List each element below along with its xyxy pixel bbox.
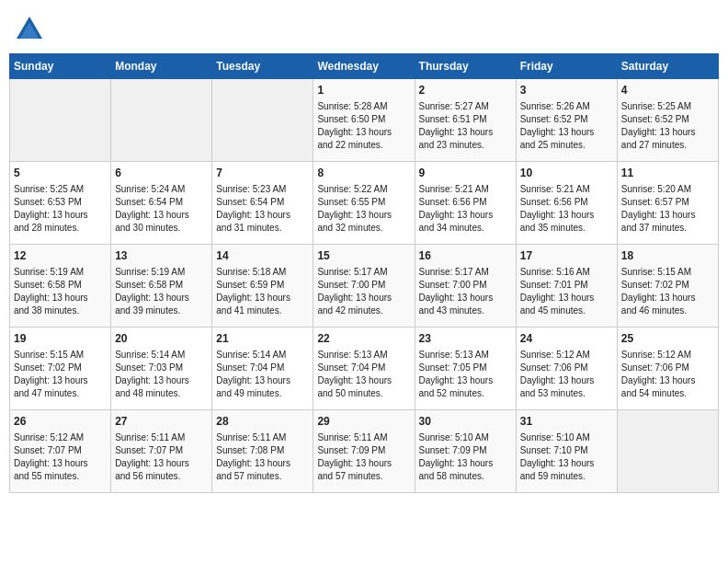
day-number: 16 <box>419 248 512 264</box>
day-number: 28 <box>216 414 309 430</box>
day-info: Sunrise: 5:26 AM Sunset: 6:52 PM Dayligh… <box>520 100 613 152</box>
day-number: 27 <box>115 414 208 430</box>
day-info: Sunrise: 5:23 AM Sunset: 6:54 PM Dayligh… <box>216 183 309 235</box>
day-info: Sunrise: 5:15 AM Sunset: 7:02 PM Dayligh… <box>14 349 107 400</box>
calendar-week-row: 12Sunrise: 5:19 AM Sunset: 6:58 PM Dayli… <box>10 245 719 327</box>
day-info: Sunrise: 5:16 AM Sunset: 7:01 PM Dayligh… <box>520 266 613 317</box>
calendar-cell: 5Sunrise: 5:25 AM Sunset: 6:53 PM Daylig… <box>10 162 111 245</box>
day-header-friday: Friday <box>516 54 617 79</box>
day-info: Sunrise: 5:11 AM Sunset: 7:09 PM Dayligh… <box>317 431 410 483</box>
calendar-cell: 23Sunrise: 5:13 AM Sunset: 7:05 PM Dayli… <box>415 327 516 410</box>
calendar-cell: 27Sunrise: 5:11 AM Sunset: 7:07 PM Dayli… <box>111 410 212 493</box>
day-info: Sunrise: 5:17 AM Sunset: 7:00 PM Dayligh… <box>317 266 410 317</box>
day-number: 20 <box>115 331 208 347</box>
day-info: Sunrise: 5:25 AM Sunset: 6:52 PM Dayligh… <box>621 100 714 152</box>
calendar-cell <box>10 79 111 162</box>
day-number: 8 <box>317 166 410 181</box>
calendar-cell: 24Sunrise: 5:12 AM Sunset: 7:06 PM Dayli… <box>516 327 617 410</box>
day-number: 29 <box>317 414 410 430</box>
calendar-week-row: 5Sunrise: 5:25 AM Sunset: 6:53 PM Daylig… <box>10 162 719 245</box>
calendar-cell: 26Sunrise: 5:12 AM Sunset: 7:07 PM Dayli… <box>10 410 111 493</box>
day-number: 23 <box>419 331 512 347</box>
day-number: 7 <box>216 166 309 181</box>
day-number: 5 <box>14 166 107 181</box>
day-number: 17 <box>520 248 613 264</box>
calendar-table: SundayMondayTuesdayWednesdayThursdayFrid… <box>9 53 719 493</box>
day-number: 2 <box>419 83 512 98</box>
day-info: Sunrise: 5:13 AM Sunset: 7:04 PM Dayligh… <box>317 349 410 400</box>
day-info: Sunrise: 5:27 AM Sunset: 6:51 PM Dayligh… <box>419 100 512 152</box>
calendar-cell: 2Sunrise: 5:27 AM Sunset: 6:51 PM Daylig… <box>415 79 516 162</box>
calendar-cell: 12Sunrise: 5:19 AM Sunset: 6:58 PM Dayli… <box>10 245 111 327</box>
calendar-cell: 22Sunrise: 5:13 AM Sunset: 7:04 PM Dayli… <box>313 327 415 410</box>
calendar-cell: 28Sunrise: 5:11 AM Sunset: 7:08 PM Dayli… <box>212 410 313 493</box>
day-info: Sunrise: 5:14 AM Sunset: 7:03 PM Dayligh… <box>115 349 208 400</box>
day-info: Sunrise: 5:24 AM Sunset: 6:54 PM Dayligh… <box>115 183 208 235</box>
calendar-week-row: 1Sunrise: 5:28 AM Sunset: 6:50 PM Daylig… <box>10 79 719 162</box>
day-number: 26 <box>14 414 107 430</box>
day-number: 1 <box>317 83 410 98</box>
calendar-cell: 18Sunrise: 5:15 AM Sunset: 7:02 PM Dayli… <box>617 245 718 327</box>
day-header-wednesday: Wednesday <box>313 54 415 79</box>
day-number: 24 <box>520 331 613 347</box>
day-header-saturday: Saturday <box>617 54 718 79</box>
day-number: 30 <box>419 414 512 430</box>
calendar-cell: 4Sunrise: 5:25 AM Sunset: 6:52 PM Daylig… <box>617 79 718 162</box>
day-info: Sunrise: 5:18 AM Sunset: 6:59 PM Dayligh… <box>216 266 309 317</box>
day-number: 22 <box>317 331 410 347</box>
day-number: 25 <box>621 331 714 347</box>
day-header-monday: Monday <box>111 54 212 79</box>
day-number: 11 <box>621 166 714 181</box>
day-number: 6 <box>115 166 208 181</box>
calendar-cell: 11Sunrise: 5:20 AM Sunset: 6:57 PM Dayli… <box>617 162 718 245</box>
logo-icon <box>13 13 46 46</box>
calendar-cell: 7Sunrise: 5:23 AM Sunset: 6:54 PM Daylig… <box>212 162 313 245</box>
calendar-cell: 20Sunrise: 5:14 AM Sunset: 7:03 PM Dayli… <box>111 327 212 410</box>
day-info: Sunrise: 5:12 AM Sunset: 7:06 PM Dayligh… <box>520 349 613 400</box>
day-number: 19 <box>14 331 107 347</box>
calendar-week-row: 19Sunrise: 5:15 AM Sunset: 7:02 PM Dayli… <box>10 327 719 410</box>
calendar-cell: 9Sunrise: 5:21 AM Sunset: 6:56 PM Daylig… <box>415 162 516 245</box>
day-info: Sunrise: 5:20 AM Sunset: 6:57 PM Dayligh… <box>621 183 714 235</box>
calendar-cell: 31Sunrise: 5:10 AM Sunset: 7:10 PM Dayli… <box>516 410 617 493</box>
day-info: Sunrise: 5:21 AM Sunset: 6:56 PM Dayligh… <box>520 183 613 235</box>
day-number: 3 <box>520 83 613 98</box>
day-info: Sunrise: 5:28 AM Sunset: 6:50 PM Dayligh… <box>317 100 410 152</box>
calendar-cell: 6Sunrise: 5:24 AM Sunset: 6:54 PM Daylig… <box>111 162 212 245</box>
calendar-cell: 15Sunrise: 5:17 AM Sunset: 7:00 PM Dayli… <box>313 245 415 327</box>
day-info: Sunrise: 5:14 AM Sunset: 7:04 PM Dayligh… <box>216 349 309 400</box>
day-number: 10 <box>520 166 613 181</box>
calendar-cell: 8Sunrise: 5:22 AM Sunset: 6:55 PM Daylig… <box>313 162 415 245</box>
day-header-thursday: Thursday <box>415 54 516 79</box>
day-number: 21 <box>216 331 309 347</box>
calendar-cell: 21Sunrise: 5:14 AM Sunset: 7:04 PM Dayli… <box>212 327 313 410</box>
calendar-cell <box>617 410 718 493</box>
day-number: 14 <box>216 248 309 264</box>
day-info: Sunrise: 5:25 AM Sunset: 6:53 PM Dayligh… <box>14 183 107 235</box>
day-header-tuesday: Tuesday <box>212 54 313 79</box>
day-info: Sunrise: 5:10 AM Sunset: 7:09 PM Dayligh… <box>419 431 512 483</box>
day-info: Sunrise: 5:11 AM Sunset: 7:08 PM Dayligh… <box>216 431 309 483</box>
day-info: Sunrise: 5:11 AM Sunset: 7:07 PM Dayligh… <box>115 431 208 483</box>
calendar-cell: 19Sunrise: 5:15 AM Sunset: 7:02 PM Dayli… <box>10 327 111 410</box>
calendar-cell: 16Sunrise: 5:17 AM Sunset: 7:00 PM Dayli… <box>415 245 516 327</box>
day-info: Sunrise: 5:19 AM Sunset: 6:58 PM Dayligh… <box>14 266 107 317</box>
day-header-sunday: Sunday <box>10 54 111 79</box>
day-info: Sunrise: 5:12 AM Sunset: 7:06 PM Dayligh… <box>621 349 714 400</box>
day-info: Sunrise: 5:21 AM Sunset: 6:56 PM Dayligh… <box>419 183 512 235</box>
day-number: 31 <box>520 414 613 430</box>
calendar-week-row: 26Sunrise: 5:12 AM Sunset: 7:07 PM Dayli… <box>10 410 719 493</box>
calendar-cell: 1Sunrise: 5:28 AM Sunset: 6:50 PM Daylig… <box>313 79 415 162</box>
calendar-cell: 3Sunrise: 5:26 AM Sunset: 6:52 PM Daylig… <box>516 79 617 162</box>
day-info: Sunrise: 5:15 AM Sunset: 7:02 PM Dayligh… <box>621 266 714 317</box>
logo <box>13 13 50 46</box>
calendar-cell: 14Sunrise: 5:18 AM Sunset: 6:59 PM Dayli… <box>212 245 313 327</box>
day-number: 12 <box>14 248 107 264</box>
day-number: 4 <box>621 83 714 98</box>
calendar-cell: 29Sunrise: 5:11 AM Sunset: 7:09 PM Dayli… <box>313 410 415 493</box>
day-info: Sunrise: 5:10 AM Sunset: 7:10 PM Dayligh… <box>520 431 613 483</box>
day-info: Sunrise: 5:12 AM Sunset: 7:07 PM Dayligh… <box>14 431 107 483</box>
page-header <box>9 9 719 46</box>
calendar-cell: 30Sunrise: 5:10 AM Sunset: 7:09 PM Dayli… <box>415 410 516 493</box>
calendar-header-row: SundayMondayTuesdayWednesdayThursdayFrid… <box>10 54 719 79</box>
